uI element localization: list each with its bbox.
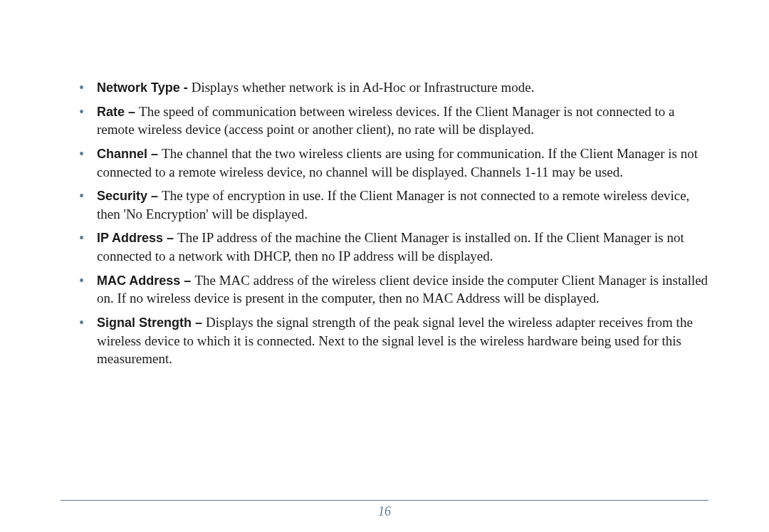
- page-number: 16: [0, 504, 769, 519]
- definition-list: Network Type - Displays whether network …: [61, 78, 708, 368]
- list-item: Network Type - Displays whether network …: [85, 78, 708, 97]
- list-item: Channel – The channel that the two wirel…: [85, 145, 708, 181]
- list-item: Security – The type of encryption in use…: [85, 187, 708, 223]
- term-label: Channel –: [97, 147, 162, 161]
- footer-divider: [61, 500, 708, 501]
- term-label: MAC Address –: [97, 273, 194, 288]
- term-label: Signal Strength –: [97, 315, 206, 330]
- term-label: Rate –: [97, 105, 139, 119]
- list-item: Signal Strength – Displays the signal st…: [85, 313, 708, 368]
- term-description: The type of encryption in use. If the Cl…: [97, 188, 689, 221]
- term-description: Displays whether network is in Ad-Hoc or…: [192, 80, 535, 95]
- list-item: Rate – The speed of communication betwee…: [85, 103, 708, 139]
- term-description: The IP address of the machine the Client…: [97, 230, 684, 264]
- list-item: IP Address – The IP address of the machi…: [85, 229, 708, 265]
- document-content: Network Type - Displays whether network …: [61, 78, 708, 368]
- term-label: Network Type -: [97, 80, 192, 95]
- term-description: The channel that the two wireless client…: [97, 146, 698, 179]
- term-label: IP Address –: [97, 231, 177, 245]
- list-item: MAC Address – The MAC address of the wir…: [85, 271, 708, 308]
- term-label: Security –: [97, 189, 162, 203]
- term-description: The speed of communication between wirel…: [97, 104, 674, 137]
